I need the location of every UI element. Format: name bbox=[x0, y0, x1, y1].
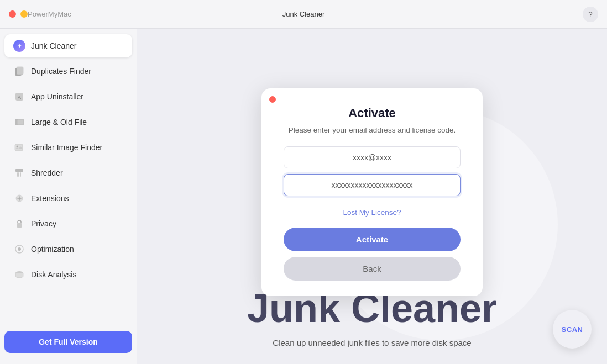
sidebar-item-large-old-file[interactable]: Large & Old File bbox=[4, 110, 132, 134]
svg-rect-11 bbox=[20, 172, 21, 177]
sidebar-label-duplicates-finder: Duplicates Finder bbox=[31, 67, 91, 76]
svg-text:A: A bbox=[18, 94, 21, 100]
back-button[interactable]: Back bbox=[284, 257, 461, 281]
sidebar-item-similar-image-finder[interactable]: Similar Image Finder bbox=[4, 136, 132, 159]
svg-rect-1 bbox=[17, 67, 23, 75]
svg-rect-6 bbox=[15, 144, 23, 151]
activate-button[interactable]: Activate bbox=[284, 228, 461, 251]
junk-cleaner-icon: ✦ bbox=[13, 40, 25, 52]
extensions-icon bbox=[13, 192, 25, 204]
background-subtitle: Clean up unneeded junk files to save mor… bbox=[273, 338, 471, 347]
minimize-button[interactable] bbox=[20, 10, 28, 18]
get-full-version-button[interactable]: Get Full Version bbox=[4, 331, 132, 353]
shredder-icon bbox=[13, 167, 25, 179]
sidebar-footer: Get Full Version bbox=[0, 324, 137, 360]
sidebar-label-junk-cleaner: Junk Cleaner bbox=[31, 41, 77, 50]
large-old-file-icon bbox=[13, 116, 25, 128]
svg-rect-13 bbox=[17, 223, 22, 228]
sidebar-label-shredder: Shredder bbox=[31, 168, 63, 177]
help-button[interactable]: ? bbox=[583, 7, 598, 22]
app-name: PowerMyMac bbox=[28, 10, 71, 18]
disk-analysis-icon bbox=[13, 268, 25, 281]
svg-rect-8 bbox=[15, 169, 23, 172]
svg-rect-10 bbox=[18, 172, 19, 177]
email-input[interactable] bbox=[284, 146, 461, 168]
close-button[interactable] bbox=[9, 10, 16, 18]
svg-point-7 bbox=[17, 146, 18, 147]
sidebar-label-disk-analysis: Disk Analysis bbox=[31, 270, 76, 279]
sidebar-item-extensions[interactable]: Extensions bbox=[4, 187, 132, 210]
license-input[interactable] bbox=[284, 174, 461, 196]
window-title: Junk Cleaner bbox=[282, 10, 325, 18]
modal-subtitle: Please enter your email address and lice… bbox=[284, 126, 461, 134]
sidebar-item-app-uninstaller[interactable]: A App Uninstaller bbox=[4, 85, 132, 108]
optimization-icon bbox=[13, 243, 25, 255]
sidebar-label-similar-image-finder: Similar Image Finder bbox=[31, 143, 102, 152]
sidebar-item-shredder[interactable]: Shredder bbox=[4, 161, 132, 184]
sidebar-item-optimization[interactable]: Optimization bbox=[4, 238, 132, 261]
content-area: Junk Cleaner Clean up unneeded junk file… bbox=[137, 29, 607, 364]
sidebar-label-app-uninstaller: App Uninstaller bbox=[31, 92, 83, 101]
sidebar-item-disk-analysis[interactable]: Disk Analysis bbox=[4, 263, 132, 286]
svg-rect-5 bbox=[17, 119, 24, 125]
sidebar-label-privacy: Privacy bbox=[31, 219, 56, 228]
sidebar-label-optimization: Optimization bbox=[31, 245, 74, 254]
window-controls bbox=[9, 10, 28, 18]
modal-title: Activate bbox=[284, 106, 461, 120]
sidebar: ✦ Junk Cleaner Duplicates Finder A App U… bbox=[0, 29, 137, 364]
sidebar-label-large-old-file: Large & Old File bbox=[31, 118, 87, 126]
sidebar-item-duplicates-finder[interactable]: Duplicates Finder bbox=[4, 60, 132, 83]
sidebar-label-extensions: Extensions bbox=[31, 194, 69, 203]
modal-close-dot[interactable] bbox=[269, 96, 276, 103]
svg-rect-9 bbox=[17, 172, 18, 177]
sidebar-item-privacy[interactable]: Privacy bbox=[4, 212, 132, 235]
sidebar-item-junk-cleaner[interactable]: ✦ Junk Cleaner bbox=[4, 34, 132, 57]
scan-button[interactable]: SCAN bbox=[553, 310, 592, 349]
similar-image-icon bbox=[13, 141, 25, 154]
lost-license-button[interactable]: Lost My License? bbox=[284, 208, 461, 217]
titlebar: PowerMyMac Junk Cleaner ? bbox=[0, 0, 607, 29]
duplicates-icon bbox=[13, 65, 25, 77]
svg-point-15 bbox=[18, 247, 21, 251]
main-layout: ✦ Junk Cleaner Duplicates Finder A App U… bbox=[0, 29, 607, 364]
activate-modal: Activate Please enter your email address… bbox=[261, 88, 483, 296]
privacy-icon bbox=[13, 218, 25, 230]
app-uninstaller-icon: A bbox=[13, 91, 25, 103]
